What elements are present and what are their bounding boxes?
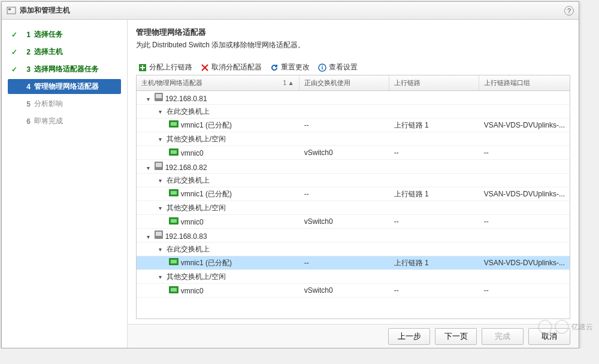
step-number: 1 (22, 31, 31, 39)
table-row[interactable]: 在此交换机上 (137, 105, 570, 119)
dialog-add-manage-hosts: 添加和管理主机 ? 1选择任务2选择主机3选择网络适配器任务4管理物理网络适配器… (1, 1, 579, 348)
cell-portgroup: -- (479, 147, 570, 159)
cell-in-use: vSwitch0 (300, 284, 389, 296)
cell-uplink (389, 96, 479, 99)
cell-portgroup (479, 275, 570, 278)
reset-button[interactable]: 重置更改 (270, 62, 310, 72)
table-row[interactable]: 192.168.0.81 (137, 91, 570, 105)
cell-in-use (300, 275, 389, 278)
table-row[interactable]: vmnic0vSwitch0---- (137, 284, 570, 298)
step-number: 6 (22, 117, 31, 126)
cancel-button[interactable]: 取消 (528, 328, 570, 345)
back-button[interactable]: 上一步 (388, 328, 430, 345)
cell-uplink: -- (389, 284, 479, 296)
wizard-footer: 上一步 下一页 完成 取消 (128, 324, 579, 348)
cell-portgroup: -- (479, 284, 570, 296)
col-in-use-by[interactable]: 正由交换机使用 (300, 75, 389, 90)
col-uplink[interactable]: 上行链路 (389, 75, 479, 90)
step-number: 5 (22, 100, 31, 108)
cell-uplink (389, 137, 479, 141)
view-label: 查看设置 (329, 62, 358, 72)
svg-rect-4 (322, 67, 323, 69)
cell-uplink (389, 110, 479, 113)
wizard-step-5: 5分析影响 (8, 96, 121, 111)
view-settings-button[interactable]: 查看设置 (318, 62, 358, 72)
table-row[interactable]: 192.168.0.83 (137, 229, 570, 242)
nic-icon (169, 286, 179, 293)
expand-icon[interactable] (145, 233, 152, 241)
nic-icon (169, 217, 179, 225)
col-uplink-portgroup[interactable]: 上行链路端口组 (479, 75, 570, 90)
cell-uplink: -- (389, 216, 479, 228)
cell-uplink (389, 247, 479, 251)
table-row[interactable]: vmnic0vSwitch0---- (137, 215, 570, 229)
row-label: 192.168.0.81 (165, 95, 207, 103)
titlebar: 添加和管理主机 ? (2, 2, 579, 20)
unassign-button[interactable]: 取消分配适配器 (201, 62, 262, 72)
row-label: vmnic0 (181, 287, 204, 295)
col-host-adapter[interactable]: 主机/物理网络适配器 1 ▲ (137, 75, 300, 90)
cell-in-use (300, 96, 389, 99)
unassign-label: 取消分配适配器 (211, 62, 262, 72)
svg-rect-1 (8, 8, 11, 10)
table-row[interactable]: 在此交换机上 (137, 174, 570, 187)
table-row[interactable]: vmnic1 (已分配)--上行链路 1VSAN-VDS-DVUplinks-.… (137, 256, 570, 270)
cell-portgroup (479, 178, 570, 182)
cell-uplink: 上行链路 1 (389, 119, 479, 132)
cell-portgroup (479, 165, 570, 168)
expand-icon[interactable] (157, 205, 164, 212)
table-row[interactable]: vmnic1 (已分配)--上行链路 1VSAN-VDS-DVUplinks-.… (137, 187, 570, 201)
toolbar: 分配上行链路 取消分配适配器 重置更改 查看设置 (136, 62, 570, 72)
cell-portgroup (479, 247, 570, 251)
expand-icon[interactable] (157, 274, 164, 281)
nic-icon (169, 258, 179, 265)
table-row[interactable]: 其他交换机上/空闲 (137, 270, 570, 284)
cell-in-use: -- (300, 119, 389, 131)
wizard-step-4[interactable]: 4管理物理网络适配器 (8, 79, 121, 94)
table-row[interactable]: 在此交换机上 (137, 242, 570, 256)
table-row[interactable]: 其他交换机上/空闲 (137, 201, 570, 215)
window-icon (7, 6, 16, 16)
cell-portgroup (479, 96, 570, 99)
table-row[interactable]: vmnic1 (已分配)--上行链路 1VSAN-VDS-DVUplinks-.… (137, 119, 570, 132)
expand-icon[interactable] (145, 96, 152, 103)
cell-uplink (389, 165, 479, 168)
cell-portgroup (479, 206, 570, 210)
expand-icon[interactable] (157, 246, 164, 253)
expand-icon[interactable] (157, 108, 164, 116)
wizard-step-2[interactable]: 2选择主机 (8, 44, 121, 59)
nic-icon (169, 189, 179, 196)
row-label: vmnic1 (已分配) (181, 121, 232, 129)
wizard-step-1[interactable]: 1选择任务 (8, 27, 121, 42)
row-label: 在此交换机上 (167, 245, 210, 253)
row-label: vmnic0 (181, 218, 204, 226)
table-row[interactable]: 192.168.0.82 (137, 160, 570, 174)
step-label: 分析影响 (34, 99, 63, 109)
svg-rect-5 (322, 65, 323, 66)
expand-icon[interactable] (157, 177, 164, 184)
nic-icon (169, 120, 179, 128)
assign-uplink-button[interactable]: 分配上行链路 (138, 62, 192, 72)
wizard-step-3[interactable]: 3选择网络适配器任务 (8, 62, 121, 77)
cell-in-use (300, 110, 389, 113)
reset-icon (270, 63, 279, 72)
help-icon[interactable]: ? (564, 6, 574, 16)
dialog-title: 添加和管理主机 (20, 5, 564, 16)
main-panel: 管理物理网络适配器 为此 Distributed Switch 添加或移除物理网… (127, 20, 579, 348)
reset-label: 重置更改 (281, 62, 310, 72)
wizard-steps: 1选择任务2选择主机3选择网络适配器任务4管理物理网络适配器5分析影响6即将完成 (2, 20, 127, 348)
finish-button: 完成 (482, 328, 524, 345)
expand-icon[interactable] (145, 165, 152, 172)
info-icon (318, 63, 326, 72)
expand-icon[interactable] (157, 136, 164, 143)
table-row[interactable]: 其他交换机上/空闲 (137, 132, 570, 146)
cell-in-use (300, 233, 389, 237)
table-body[interactable]: 192.168.0.81在此交换机上vmnic1 (已分配)--上行链路 1VS… (137, 91, 570, 318)
cell-uplink (389, 206, 479, 210)
step-label: 选择网络适配器任务 (34, 64, 99, 74)
step-number: 2 (22, 48, 31, 56)
cell-in-use (300, 178, 389, 182)
row-label: 在此交换机上 (167, 176, 210, 184)
table-row[interactable]: vmnic0vSwitch0---- (137, 146, 570, 160)
next-button[interactable]: 下一页 (435, 328, 477, 345)
